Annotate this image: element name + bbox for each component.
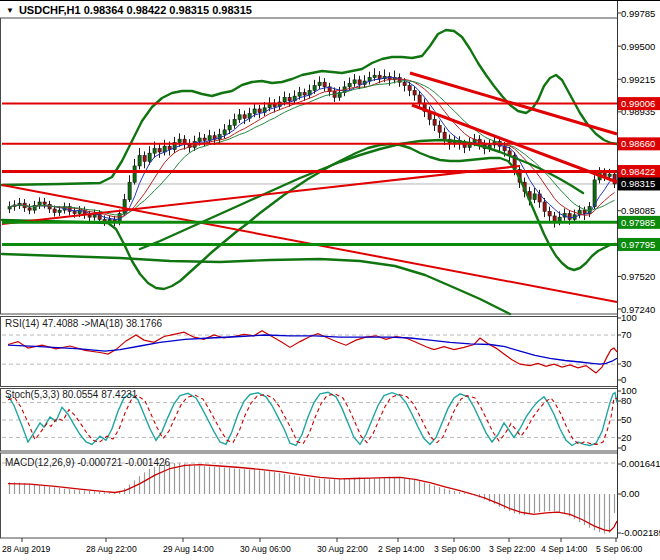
rsi-indicator-label: RSI(14) 47.4088 ->MA(18) 38.1766 [5, 318, 162, 329]
time-label: 3 Sep 06:00 [434, 544, 481, 554]
price-badge-0.97795: 0.97795 [618, 238, 660, 251]
svg-text:80: 80 [621, 395, 632, 406]
price-tick: 0.97520 [621, 271, 655, 282]
price-badge-0.98422: 0.98422 [618, 165, 660, 178]
chart-title: USDCHF,H1 0.98364 0.98422 0.98315 0.9831… [19, 4, 252, 16]
price-badge-0.97985: 0.97985 [618, 216, 660, 229]
macd-indicator-label: MACD(12,26,9) -0.000721 -0.001426 [5, 457, 170, 468]
chart-canvas: 0.997850.995000.992150.989350.986500.983… [0, 1, 660, 560]
time-label: 30 Aug 06:00 [240, 544, 291, 554]
svg-text:0.98315: 0.98315 [621, 178, 655, 189]
time-label: 30 Aug 22:00 [317, 544, 368, 554]
price-tick: 0.99215 [621, 74, 655, 85]
stoch-indicator-label: Stoch(5,3,3) 80.0554 87.4231 [5, 389, 137, 400]
svg-text:-0.002189: -0.002189 [621, 527, 660, 538]
symbol-marker-icon: ▼ [6, 6, 14, 15]
time-label: 3 Sep 22:00 [489, 544, 536, 554]
price-axis: 0.997850.995000.992150.989350.986500.983… [618, 8, 660, 315]
price-badge-0.98660: 0.98660 [618, 137, 660, 150]
price-tick: 0.99785 [621, 8, 655, 19]
svg-text:0.001641: 0.001641 [621, 458, 660, 469]
svg-text:0.98660: 0.98660 [621, 138, 655, 149]
time-label: 29 Aug 14:00 [163, 544, 214, 554]
svg-text:0.98422: 0.98422 [621, 166, 655, 177]
svg-text:100: 100 [621, 312, 637, 323]
price-badge-0.98315: 0.98315 [618, 177, 660, 190]
price-tick: 0.99500 [621, 41, 655, 52]
svg-text:0.00: 0.00 [621, 488, 640, 499]
time-label: 5 Sep 06:00 [596, 544, 643, 554]
price-badge-0.99006: 0.99006 [618, 97, 660, 110]
time-label: 2 Sep 14:00 [378, 544, 425, 554]
svg-text:0.97795: 0.97795 [621, 239, 655, 250]
time-label: 28 Aug 2019 [2, 544, 50, 554]
svg-text:70: 70 [621, 329, 632, 340]
svg-text:0.97985: 0.97985 [621, 217, 655, 228]
svg-text:0.99006: 0.99006 [621, 98, 655, 109]
price-tick: 0.98085 [621, 205, 655, 216]
chart-title-row: ▼ USDCHF,H1 0.98364 0.98422 0.98315 0.98… [6, 4, 252, 16]
chart-window: 0.997850.995000.992150.989350.986500.983… [0, 0, 660, 560]
svg-text:50: 50 [621, 414, 632, 425]
svg-text:0: 0 [621, 374, 626, 385]
time-axis: 28 Aug 201928 Aug 22:0029 Aug 14:0030 Au… [2, 538, 643, 554]
svg-text:30: 30 [621, 358, 632, 369]
svg-text:0: 0 [621, 442, 626, 453]
time-label: 28 Aug 22:00 [86, 544, 137, 554]
time-label: 4 Sep 14:00 [541, 544, 588, 554]
